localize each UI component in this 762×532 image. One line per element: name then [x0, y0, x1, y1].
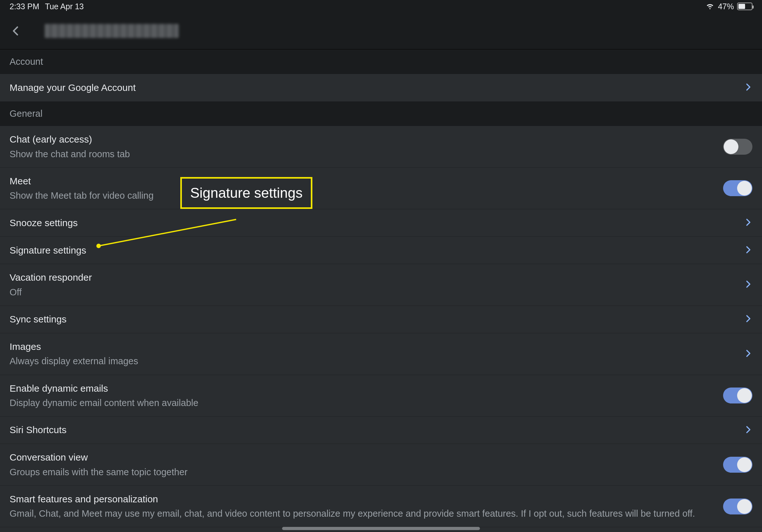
toggle-conversation-view[interactable]	[723, 457, 752, 473]
chevron-right-icon	[743, 280, 752, 290]
page-title-redacted	[45, 24, 179, 38]
row-sync-settings[interactable]: Sync settings	[0, 306, 762, 333]
row-manage-account[interactable]: Manage your Google Account	[0, 74, 762, 101]
row-title: Enable dynamic emails	[10, 382, 723, 395]
row-images[interactable]: Images Always display external images	[0, 333, 762, 375]
settings-list: Account Manage your Google Account Gener…	[0, 49, 762, 532]
chevron-right-icon	[743, 83, 752, 93]
row-title: Meet	[10, 175, 723, 188]
row-conversation-view[interactable]: Conversation view Groups emails with the…	[0, 444, 762, 486]
row-subtitle: Show the chat and rooms tab	[10, 148, 723, 161]
toggle-meet[interactable]	[723, 180, 752, 196]
row-title: Images	[10, 340, 743, 353]
section-header-account: Account	[0, 49, 762, 74]
annotation-dot	[96, 244, 101, 248]
row-subtitle: Show the Meet tab for video calling	[10, 189, 723, 202]
row-subtitle: Gmail, Chat, and Meet may use my email, …	[10, 507, 723, 520]
status-date: Tue Apr 13	[45, 2, 84, 11]
row-chat[interactable]: Chat (early access) Show the chat and ro…	[0, 126, 762, 168]
row-title: Signature settings	[10, 244, 743, 257]
row-smart-features[interactable]: Smart features and personalization Gmail…	[0, 486, 762, 528]
row-title: Smart features and personalization	[10, 493, 723, 506]
row-title: Snooze settings	[10, 217, 743, 230]
row-title: Siri Shortcuts	[10, 424, 743, 436]
row-subtitle: Off	[10, 286, 743, 299]
row-subtitle: Always display external images	[10, 355, 743, 367]
toggle-smart-features[interactable]	[723, 499, 752, 514]
row-signature-settings[interactable]: Signature settings	[0, 237, 762, 264]
section-header-general: General	[0, 101, 762, 126]
back-button[interactable]	[10, 25, 22, 37]
status-time: 2:33 PM	[10, 2, 39, 11]
chevron-right-icon	[743, 245, 752, 255]
row-title: Vacation responder	[10, 271, 743, 284]
annotation-text: Signature settings	[190, 185, 302, 201]
row-subtitle: Display dynamic email content when avail…	[10, 397, 723, 409]
row-title: Conversation view	[10, 451, 723, 464]
toggle-dynamic-emails[interactable]	[723, 387, 752, 403]
home-indicator[interactable]	[282, 527, 480, 530]
row-title: Sync settings	[10, 313, 743, 326]
row-vacation-responder[interactable]: Vacation responder Off	[0, 264, 762, 306]
row-meet[interactable]: Meet Show the Meet tab for video calling	[0, 168, 762, 210]
battery-icon	[737, 3, 752, 10]
chevron-right-icon	[743, 314, 752, 324]
annotation-callout: Signature settings	[180, 177, 312, 209]
wifi-icon	[705, 1, 715, 12]
row-siri-shortcuts[interactable]: Siri Shortcuts	[0, 417, 762, 444]
row-snooze-settings[interactable]: Snooze settings	[0, 209, 762, 237]
row-subtitle: Groups emails with the same topic togeth…	[10, 466, 723, 478]
row-dynamic-emails[interactable]: Enable dynamic emails Display dynamic em…	[0, 375, 762, 417]
toggle-chat[interactable]	[723, 139, 752, 155]
status-bar: 2:33 PM Tue Apr 13 47%	[0, 0, 762, 13]
row-title: Manage your Google Account	[10, 81, 743, 95]
row-title: Chat (early access)	[10, 133, 723, 146]
chevron-right-icon	[743, 218, 752, 228]
chevron-right-icon	[743, 425, 752, 435]
nav-header	[0, 13, 762, 49]
status-battery-pct: 47%	[718, 2, 734, 11]
chevron-right-icon	[743, 349, 752, 359]
